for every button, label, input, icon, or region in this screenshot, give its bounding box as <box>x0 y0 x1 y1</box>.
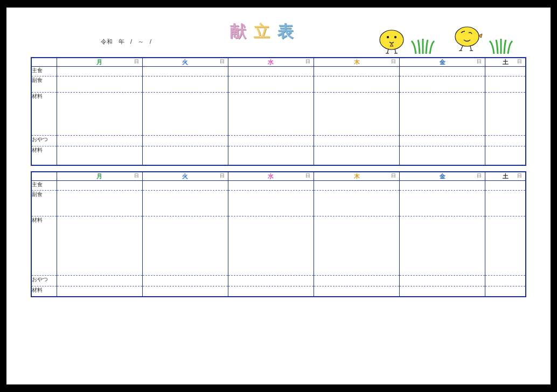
menu-table-week1: 月日 火日 水日 木日 金日 土日 主食 副食 材料 おやつ 材料 <box>31 57 526 166</box>
week1-rowlabel-snack-ingredients: 材料 <box>31 146 57 165</box>
week1-day-header-wed: 水日 <box>228 58 314 66</box>
svg-line-10 <box>461 46 463 51</box>
week2-day-header-thu: 木日 <box>314 172 400 180</box>
week1-rowlabel-side: 副食 <box>31 76 57 92</box>
week1-day-header-fri: 金日 <box>400 58 485 66</box>
menu-sheet-page: 令和 年 / ～ / 献立表 <box>6 8 551 384</box>
week1-corner-cell <box>31 58 57 66</box>
title-char-2: 立 <box>254 22 277 40</box>
week2-rowlabel-snack: おやつ <box>31 275 57 286</box>
svg-line-5 <box>395 49 396 53</box>
week1-day-header-tue: 火日 <box>142 58 228 66</box>
svg-line-11 <box>470 46 471 51</box>
week2-rowlabel-snack-ingredients: 材料 <box>31 286 57 297</box>
svg-point-0 <box>380 30 403 50</box>
week2-row-side: 副食 <box>31 190 526 216</box>
week2-row-ingredients: 材料 <box>31 216 526 275</box>
week2-day-header-wed: 水日 <box>228 172 314 180</box>
svg-point-2 <box>394 36 396 38</box>
week2-day-header-sat: 土日 <box>485 172 526 180</box>
week1-row-side: 副食 <box>31 76 526 92</box>
week2-header-row: 月日 火日 水日 木日 金日 土日 <box>31 172 526 180</box>
week2-rowlabel-side: 副食 <box>31 190 57 216</box>
menu-table-week2: 月日 火日 水日 木日 金日 土日 主食 副食 材料 おやつ 材料 <box>31 171 526 297</box>
week1-rowlabel-ingredients: 材料 <box>31 92 57 135</box>
week1-rowlabel-staple: 主食 <box>31 66 57 76</box>
svg-point-8 <box>455 27 479 46</box>
week2-row-snack: おやつ <box>31 275 526 286</box>
week1-row-staple: 主食 <box>31 66 526 76</box>
week1-row-snack: おやつ <box>31 135 526 146</box>
week2-day-header-mon: 月日 <box>57 172 142 180</box>
week2-corner-cell <box>31 172 57 180</box>
week2-day-header-tue: 火日 <box>142 172 228 180</box>
title-char-1: 献 <box>230 22 254 40</box>
week1-row-snack-ingredients: 材料 <box>31 146 526 165</box>
week1-row-ingredients: 材料 <box>31 92 526 135</box>
title-char-3: 表 <box>277 22 301 40</box>
chick-illustration <box>365 24 537 56</box>
chicks-svg-icon <box>365 24 537 56</box>
week1-day-header-mon: 月日 <box>57 58 142 66</box>
week2-day-header-fri: 金日 <box>400 172 485 180</box>
week2-rowlabel-ingredients: 材料 <box>31 216 57 275</box>
week2-row-snack-ingredients: 材料 <box>31 286 526 297</box>
week1-header-row: 月日 火日 水日 木日 金日 土日 <box>31 58 526 66</box>
week1-day-header-thu: 木日 <box>314 58 400 66</box>
week1-day-header-sat: 土日 <box>485 58 526 66</box>
week1-rowlabel-snack: おやつ <box>31 135 57 146</box>
week2-rowlabel-staple: 主食 <box>31 180 57 190</box>
week2-row-staple: 主食 <box>31 180 526 190</box>
date-range-label: 令和 年 / ～ / <box>101 38 151 46</box>
page-title: 献立表 <box>230 20 301 43</box>
svg-point-1 <box>387 36 389 38</box>
svg-line-4 <box>387 49 388 53</box>
header-area: 令和 年 / ～ / 献立表 <box>31 19 526 52</box>
